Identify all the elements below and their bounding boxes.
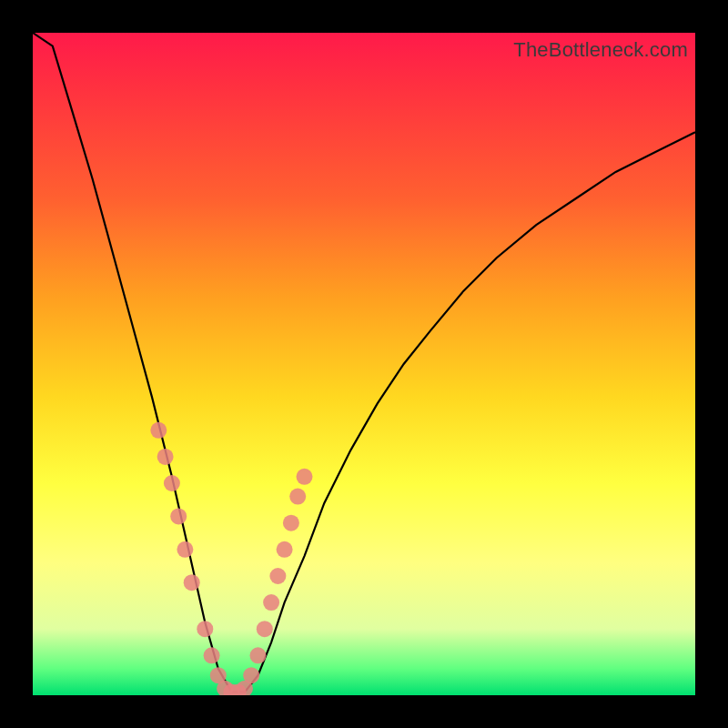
highlight-dot: [277, 541, 293, 558]
bottleneck-curve-path: [33, 33, 695, 692]
highlight-dot: [164, 475, 180, 491]
highlight-dot: [269, 568, 286, 584]
highlight-dot: [283, 515, 299, 531]
chart-svg: [33, 33, 695, 695]
highlight-dot: [263, 594, 279, 611]
highlight-dots-group: [150, 422, 312, 695]
highlight-dot: [297, 469, 313, 485]
highlight-dot: [289, 489, 306, 505]
highlight-dot: [243, 667, 259, 683]
highlight-dot: [150, 422, 167, 439]
highlight-dot: [184, 574, 200, 591]
highlight-dot: [170, 508, 187, 524]
highlight-dot: [177, 541, 193, 558]
highlight-dot: [197, 621, 213, 637]
plot-area: TheBottleneck.com: [33, 33, 695, 695]
highlight-dot: [157, 449, 174, 465]
highlight-dot: [250, 647, 267, 663]
chart-frame: TheBottleneck.com: [0, 0, 728, 728]
highlight-dot: [204, 647, 220, 663]
highlight-dot: [257, 621, 273, 637]
